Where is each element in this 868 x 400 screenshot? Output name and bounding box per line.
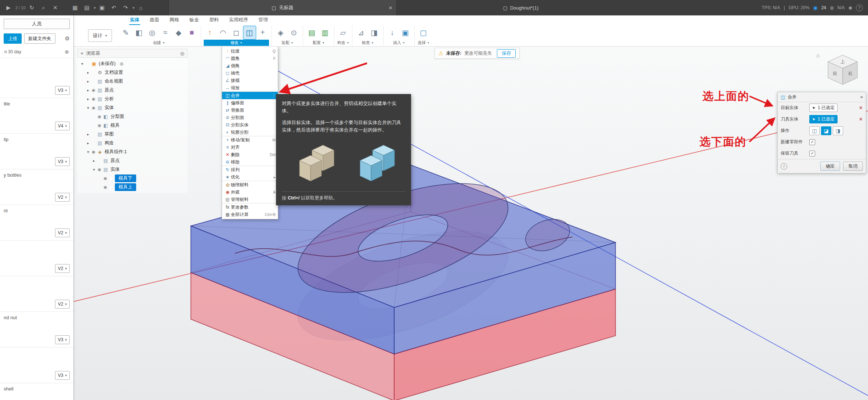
browser-tree-row[interactable]: ▾ ◉ ◈ 模具组件:1 [77,147,188,156]
tool-bodies-selection-chip[interactable]: 1 已选定 [809,115,838,123]
cut-operation-icon[interactable]: ◪ [821,126,831,135]
file-menu-icon[interactable]: ▤ [81,4,92,11]
new-component-checkbox[interactable]: ✓ [809,139,815,145]
browser-tree-row[interactable]: ▸ ◉ ⚙ 文档设置 [77,68,188,77]
help-icon[interactable]: ? [856,4,863,11]
version-dropdown[interactable]: V3 ▾ [55,371,70,380]
version-dropdown[interactable]: V3 ▾ [55,157,70,166]
ok-button[interactable]: 确定 [820,162,840,171]
collapse-panel-icon[interactable]: « [81,51,83,56]
version-dropdown[interactable]: V2 ▾ [55,193,70,202]
construction-plane-icon[interactable]: ▱ [337,26,349,39]
visibility-eye-icon[interactable]: ◉ [97,167,102,172]
press-pull-icon[interactable]: ↑ [204,26,216,39]
save-button[interactable]: 保存 [497,49,516,58]
menu-item[interactable]: fx 更改参数 [222,203,278,211]
dialog-header[interactable]: ◫ 合并 » [778,92,866,102]
new-folder-button[interactable]: 新建文件夹 [24,33,55,44]
group-label-create[interactable]: 创建 ▾ [120,40,198,46]
gear-icon[interactable]: ⚙ [65,35,70,42]
project-item[interactable]: V2 ▾ [0,276,73,312]
ribbon-tab[interactable]: 网格 [169,15,180,25]
browser-tree-row[interactable]: ◉ ◧ 分型面 [77,112,188,121]
joint-icon[interactable]: ⊙ [288,26,300,39]
tree-expander-icon[interactable]: ▸ [91,159,97,163]
menu-item[interactable]: ◉ 外观 A [222,188,278,196]
menu-item[interactable]: ⊘ 分割面 [222,114,278,121]
extrude-icon[interactable]: ◧ [133,26,145,39]
home-icon[interactable]: ⌂ [135,5,146,11]
browser-tree-row[interactable]: ▸ ◉ ▤ 构造 [77,138,188,147]
view-cube[interactable]: ⌂ 上 前 右 [822,51,863,93]
browser-tree-row[interactable]: ▾ ◉ ▣ (未保存) ◎ [77,59,188,68]
group-label-inspect[interactable]: 检查 ▾ [355,40,381,46]
menu-item[interactable]: ∥ 偏移面 [222,99,278,107]
menu-item[interactable]: ✕ 删除 Del [222,151,278,158]
browser-tree-row[interactable]: ◉ ◧ 模具下 [77,174,188,183]
ribbon-tab[interactable]: 曲面 [149,15,160,25]
select-box-icon[interactable]: ▢ [417,26,430,39]
group-label-insert[interactable]: 插入 ▾ [386,40,412,46]
group-label-configure[interactable]: 配置 ▾ [306,40,331,46]
search-icon[interactable]: ⌕ [38,4,49,11]
project-item[interactable]: lip V3 ▾ [0,134,73,169]
menu-item[interactable]: ⇄ 替换面 [222,107,278,114]
visibility-eye-icon[interactable]: ◉ [102,185,108,190]
tree-expander-icon[interactable]: ▾ [80,62,85,66]
version-dropdown[interactable]: V3 ▾ [55,335,70,344]
menu-item[interactable]: ↔ 缩放 [222,84,278,92]
avatar-icon[interactable]: ◉ [849,5,852,10]
group-label-select[interactable]: 选择 ▾ [417,40,430,46]
tree-expander-icon[interactable]: ▾ [91,167,97,172]
view-cube-front-label[interactable]: 前 [833,71,837,76]
new-sketch-icon[interactable]: ✎ [120,26,132,39]
target-body-selection-chip[interactable]: 1 已选定 [809,104,838,112]
shell-icon[interactable]: ◻ [230,26,243,39]
primitive-box-icon[interactable]: ■ [186,26,198,39]
version-dropdown[interactable]: V2 ▾ [55,228,70,237]
document-tab-untitled[interactable]: ▢ 无标题 ✕ [168,0,397,15]
visibility-eye-icon[interactable]: ◉ [91,88,97,93]
project-item[interactable]: nd nut V3 ▾ [0,312,73,347]
visibility-eye-icon[interactable]: ◉ [91,97,97,101]
insert-icon[interactable]: ↓ [386,26,399,39]
browser-options-icon[interactable]: ◎ [180,51,184,56]
loft-icon[interactable]: ◆ [172,26,185,39]
document-tab-doughnut[interactable]: ▢ Doughnut*(1) [503,5,539,11]
clear-tool-selection-icon[interactable]: ✕ [859,116,863,122]
project-item[interactable]: y bottles V2 ▾ [0,169,73,205]
view-cube-top-label[interactable]: 上 [840,59,845,64]
bell-icon[interactable]: ◍ [830,5,834,10]
visibility-eye-icon[interactable]: ◉ [97,123,102,128]
clear-target-selection-icon[interactable]: ✕ [859,105,863,111]
group-label-assemble[interactable]: 装配 ▾ [275,40,300,46]
undo-icon[interactable]: ↶ [108,4,119,11]
ribbon-tab[interactable]: 塑料 [208,15,219,25]
new-component-icon[interactable]: ◈ [275,26,287,39]
menu-item[interactable]: ◫ 合并 ⋮ [222,92,278,99]
tree-expander-icon[interactable]: ▾ [86,150,91,154]
tree-expander-icon[interactable]: ▸ [86,132,91,136]
tree-expander-icon[interactable]: ▸ [86,141,91,145]
people-tab[interactable]: 人员 [4,19,70,29]
browser-tree-row[interactable]: ◉ ◧ 模具上 [77,183,188,191]
menu-item[interactable]: ⊟ 分割实体 [222,121,278,129]
menu-item[interactable]: ▦ 全部计算 Ctrl+B [222,211,278,218]
menu-item[interactable]: ↑ 拉拔 Q [222,47,278,55]
menu-item[interactable]: ⊖ 移除 [222,158,278,166]
version-dropdown[interactable]: V4 ▾ [55,122,70,130]
menu-item[interactable]: + 移动/复制 M [222,136,278,144]
visibility-eye-icon[interactable]: ◉ [91,105,97,110]
browser-tree-row[interactable]: ▸ ◉ ▤ 原点 [77,156,188,165]
version-dropdown[interactable]: V2 ▾ [55,300,70,309]
close-icon[interactable]: ✕ [50,4,61,11]
project-item[interactable]: V3 ▾ [0,62,73,98]
version-dropdown[interactable]: V2 ▾ [55,264,70,273]
upload-button[interactable]: 上传 [4,33,22,44]
section-analysis-icon[interactable]: ◨ [368,26,381,39]
decal-icon[interactable]: ▣ [399,26,412,39]
menu-item[interactable]: ◢ 倒角 [222,62,278,69]
visibility-eye-icon[interactable]: ◉ [97,114,102,119]
view-cube-right-label[interactable]: 右 [848,71,853,76]
sweep-icon[interactable]: ≈ [159,26,172,39]
